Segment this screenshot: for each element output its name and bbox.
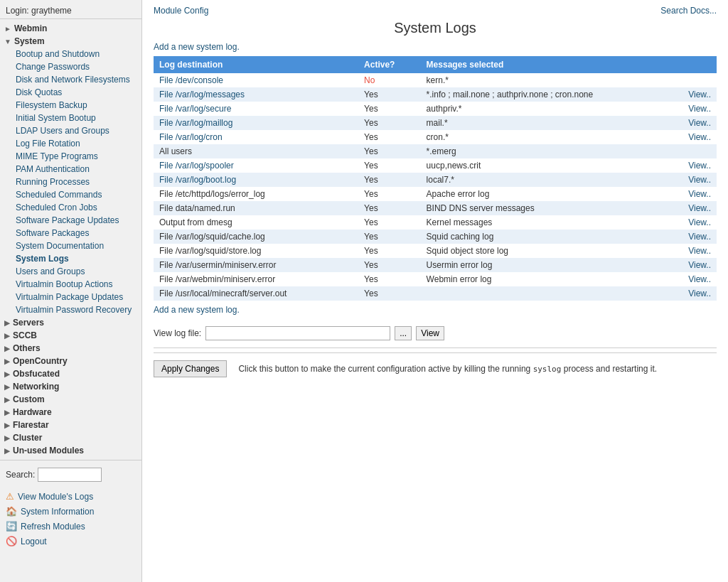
destination-link-7[interactable]: File /var/log/boot.log [159, 175, 236, 185]
destination-link-3[interactable]: File /var/log/maillog [159, 118, 232, 128]
row-active-13: Yes [358, 258, 421, 272]
view-link-15[interactable]: View.. [688, 289, 711, 298]
module-config-link[interactable]: Module Config [154, 6, 208, 16]
view-link-14[interactable]: View.. [688, 274, 711, 284]
view-link-7[interactable]: View.. [688, 175, 711, 185]
destination-link-2[interactable]: File /var/log/secure [159, 104, 231, 114]
sidebar-section-custom[interactable]: ▶Custom [0, 393, 141, 406]
apply-desc-text: Click this button to make the current co… [238, 364, 530, 374]
sidebar-section-networking[interactable]: ▶Networking [0, 380, 141, 393]
table-row: All usersYes*.emerg [154, 144, 717, 158]
sidebar-item-mime-programs[interactable]: MIME Type Programs [11, 150, 141, 163]
view-log-view-button[interactable]: View [416, 326, 444, 340]
destination-link-4[interactable]: File /var/log/cron [159, 132, 223, 142]
row-active-5: Yes [358, 144, 421, 158]
footer-item-logout[interactable]: 🚫Logout [6, 534, 136, 549]
sidebar-section-servers-label: Servers [13, 318, 44, 328]
view-link-13[interactable]: View.. [688, 260, 711, 270]
sidebar-section-webmin-label: Webmin [14, 23, 47, 33]
row-active-3: Yes [358, 116, 421, 130]
sidebar-item-virtualmin-bootup[interactable]: Virtualmin Bootup Actions [11, 278, 141, 291]
footer-item-system-info[interactable]: 🏠System Information [6, 504, 136, 519]
sidebar-section-flarestar[interactable]: ▶Flarestar [0, 419, 141, 431]
view-link-9[interactable]: View.. [688, 203, 711, 213]
row-messages-3: mail.*View.. [421, 116, 717, 130]
log-table-body: File /dev/consoleNokern.*File /var/log/m… [154, 73, 717, 301]
row-messages-6: uucp,news.critView.. [421, 158, 717, 173]
sidebar-item-system-docs[interactable]: System Documentation [11, 239, 141, 252]
sidebar-item-bootup-shutdown[interactable]: Bootup and Shutdown [11, 48, 141, 60]
sidebar-section-system[interactable]: ▼ System [0, 35, 141, 48]
table-row: File /etc/httpd/logs/error_logYesApache … [154, 187, 717, 201]
view-log-input[interactable] [205, 326, 390, 340]
footer-item-logout-label: Logout [21, 537, 47, 546]
sidebar-item-change-passwords[interactable]: Change Passwords [11, 60, 141, 73]
apply-changes-button[interactable]: Apply Changes [154, 360, 227, 377]
view-link-4[interactable]: View.. [688, 132, 711, 142]
view-link-12[interactable]: View.. [688, 246, 711, 256]
opencountry-arrow-icon: ▶ [4, 357, 10, 365]
sidebar-item-software-packages[interactable]: Software Packages [11, 227, 141, 239]
table-row: File /dev/consoleNokern.* [154, 73, 717, 87]
sidebar-item-virtualmin-pkg[interactable]: Virtualmin Package Updates [11, 291, 141, 303]
sidebar-item-log-rotation[interactable]: Log File Rotation [11, 137, 141, 150]
view-link-11[interactable]: View.. [688, 232, 711, 242]
apply-desc2: process and restarting it. [564, 364, 657, 374]
sidebar-section-others[interactable]: ▶Others [0, 342, 141, 355]
destination-link-6[interactable]: File /var/log/spooler [159, 161, 234, 171]
hardware-arrow-icon: ▶ [4, 409, 10, 416]
refresh-icon: 🔄 [6, 521, 17, 532]
destination-link-0[interactable]: File /dev/console [159, 75, 223, 85]
sidebar-section-webmin[interactable]: ► Webmin [0, 22, 141, 35]
table-row: File /var/log/squid/cache.logYesSquid ca… [154, 230, 717, 244]
sidebar-section-cluster[interactable]: ▶Cluster [0, 431, 141, 444]
sidebar-section-unused-modules[interactable]: ▶Un-used Modules [0, 444, 141, 457]
sidebar-item-initial-bootup[interactable]: Initial System Bootup [11, 112, 141, 124]
view-link-2[interactable]: View.. [688, 104, 711, 114]
footer-item-view-modules-logs[interactable]: ⚠View Module's Logs [6, 489, 136, 504]
view-link-3[interactable]: View.. [688, 118, 711, 128]
sidebar-item-ldap-users-groups[interactable]: LDAP Users and Groups [11, 124, 141, 137]
add-log-link-top[interactable]: Add a new system log. [154, 42, 240, 52]
sidebar-item-running-processes[interactable]: Running Processes [11, 176, 141, 188]
sidebar-section-obsfucated-label: Obsfucated [13, 369, 60, 379]
destination-link-1[interactable]: File /var/log/messages [159, 90, 245, 99]
search-docs-link[interactable]: Search Docs... [660, 6, 717, 16]
sidebar-section-flarestar-label: Flarestar [13, 420, 49, 430]
row-destination-5: All users [154, 144, 358, 158]
sidebar-item-pam-auth[interactable]: PAM Authentication [11, 163, 141, 176]
view-link-6[interactable]: View.. [688, 161, 711, 171]
sidebar-item-filesystem-backup[interactable]: Filesystem Backup [11, 99, 141, 112]
sidebar-item-users-groups[interactable]: Users and Groups [11, 265, 141, 278]
row-destination-7: File /var/log/boot.log [154, 173, 358, 187]
log-table: Log destination Active? Messages selecte… [154, 56, 717, 301]
view-link-10[interactable]: View.. [688, 217, 711, 227]
sidebar-section-servers[interactable]: ▶Servers [0, 316, 141, 329]
sidebar-section-opencountry[interactable]: ▶OpenCountry [0, 355, 141, 367]
sidebar-section-sccb[interactable]: ▶SCCB [0, 329, 141, 342]
row-destination-4: File /var/log/cron [154, 130, 358, 144]
search-input[interactable] [38, 468, 102, 482]
sidebar-item-scheduled-cron[interactable]: Scheduled Cron Jobs [11, 201, 141, 214]
sidebar-item-disk-network-fs[interactable]: Disk and Network Filesystems [11, 73, 141, 86]
sidebar-item-disk-quotas[interactable]: Disk Quotas [11, 86, 141, 99]
row-destination-0: File /dev/console [154, 73, 358, 87]
sidebar-section-obsfucated[interactable]: ▶Obsfucated [0, 367, 141, 380]
sidebar-item-system-logs[interactable]: System Logs [11, 252, 141, 265]
sidebar-item-software-pkg-updates[interactable]: Software Package Updates [11, 214, 141, 227]
sidebar-item-scheduled-commands[interactable]: Scheduled Commands [11, 188, 141, 201]
view-link-8[interactable]: View.. [688, 189, 711, 199]
view-link-1[interactable]: View.. [688, 90, 711, 99]
sidebar-section-unused-modules-label: Un-used Modules [13, 446, 84, 456]
table-row: File /var/log/secureYesauthpriv.*View.. [154, 102, 717, 116]
footer-item-refresh-modules[interactable]: 🔄Refresh Modules [6, 519, 136, 534]
sidebar-item-virtualmin-pwd[interactable]: Virtualmin Password Recovery [11, 303, 141, 316]
view-log-browse-button[interactable]: ... [395, 326, 412, 340]
row-messages-13: Usermin error logView.. [421, 258, 717, 272]
table-row: File data/named.runYesBIND DNS server me… [154, 201, 717, 215]
add-log-link-bottom[interactable]: Add a new system log. [154, 305, 240, 315]
row-active-4: Yes [358, 130, 421, 144]
sidebar-section-hardware[interactable]: ▶Hardware [0, 406, 141, 419]
table-row: File /var/log/squid/store.logYesSquid ob… [154, 244, 717, 258]
table-row: File /var/log/boot.logYeslocal7.*View.. [154, 173, 717, 187]
